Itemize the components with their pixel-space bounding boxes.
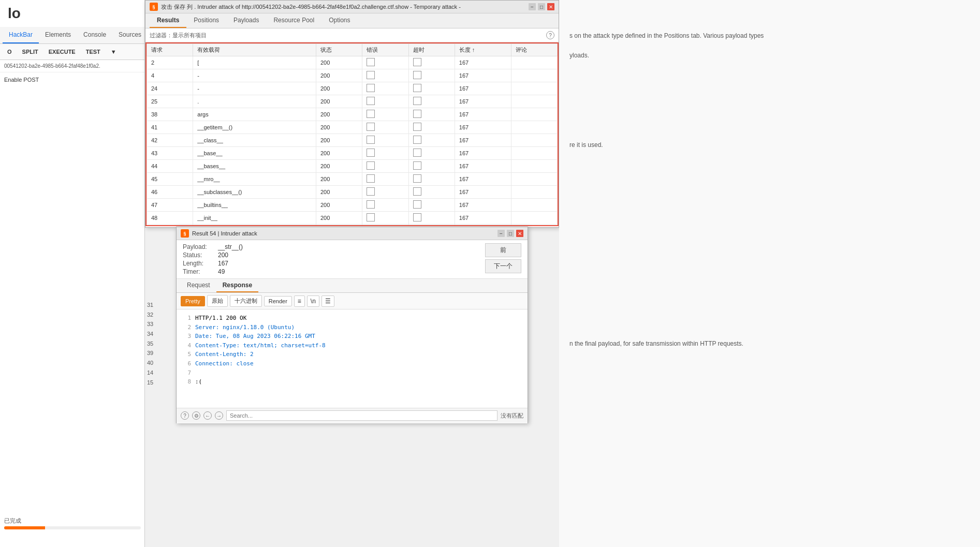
resp-render-btn[interactable]: Render: [264, 296, 292, 306]
tab-elements[interactable]: Elements: [39, 27, 77, 43]
payload-row: Payload: __str__(): [183, 243, 485, 250]
table-row[interactable]: 43__base__200167: [147, 147, 558, 160]
toolbar-execute[interactable]: EXECUTE: [46, 47, 79, 56]
wrap-icon[interactable]: ≡: [294, 295, 305, 307]
checkbox[interactable]: [367, 58, 375, 66]
tab-hackbar[interactable]: HackBar: [3, 27, 39, 43]
checkbox[interactable]: [367, 123, 375, 131]
result-tab-response[interactable]: Response: [216, 279, 258, 292]
results-table-scroll[interactable]: 请求 有效载荷 状态 错误 超时 长度 ↑ 评论 2[2001674-20016…: [145, 42, 559, 226]
maximize-button[interactable]: □: [538, 3, 545, 10]
table-row[interactable]: 25.200167: [147, 95, 558, 108]
checkbox[interactable]: [413, 71, 421, 79]
checkbox[interactable]: [367, 161, 375, 170]
col-error[interactable]: 错误: [362, 44, 408, 56]
checkbox[interactable]: [367, 97, 375, 105]
table-row[interactable]: 47__builtins__200167: [147, 199, 558, 212]
cell-req: 47: [147, 199, 193, 212]
length-value: 167: [218, 260, 228, 267]
tab-positions[interactable]: Positions: [186, 13, 226, 28]
checkbox[interactable]: [413, 136, 421, 144]
col-comment[interactable]: 评论: [511, 44, 557, 56]
progress-bar: [4, 526, 141, 529]
checkbox[interactable]: [413, 123, 421, 131]
tab-options[interactable]: Options: [321, 13, 357, 28]
checkbox[interactable]: [413, 161, 421, 170]
table-row[interactable]: 42__class__200167: [147, 134, 558, 147]
col-length[interactable]: 长度 ↑: [455, 44, 511, 56]
tab-sources[interactable]: Sources: [112, 27, 148, 43]
checkbox[interactable]: [367, 110, 375, 118]
checkbox[interactable]: [367, 187, 375, 196]
tab-console[interactable]: Console: [77, 27, 112, 43]
list-icon[interactable]: ☰: [321, 295, 334, 307]
col-timeout[interactable]: 超时: [408, 44, 455, 56]
forward-status-icon[interactable]: →: [215, 411, 223, 420]
result-maximize-button[interactable]: □: [507, 230, 514, 237]
table-row[interactable]: 44__bases__200167: [147, 160, 558, 173]
checkbox[interactable]: [367, 213, 375, 221]
checkbox[interactable]: [413, 174, 421, 183]
result-tab-request[interactable]: Request: [181, 279, 216, 292]
timer-label: Timer:: [183, 268, 214, 275]
checkbox[interactable]: [367, 136, 375, 144]
checkbox[interactable]: [413, 187, 421, 196]
search-input[interactable]: [226, 410, 498, 421]
checkbox[interactable]: [367, 84, 375, 92]
col-payload[interactable]: 有效载荷: [193, 44, 316, 56]
table-row[interactable]: 48__init__200167: [147, 212, 558, 225]
tab-payloads[interactable]: Payloads: [226, 13, 266, 28]
help-icon[interactable]: ?: [546, 31, 554, 39]
prev-button[interactable]: 前: [485, 243, 521, 257]
cell-payload: __base__: [193, 147, 316, 160]
table-row[interactable]: 49__globals__200167: [147, 225, 558, 227]
gear-status-icon[interactable]: ⚙: [192, 411, 200, 420]
nav-buttons-area: 前 下一个: [485, 243, 521, 273]
resp-pretty-btn[interactable]: Pretty: [181, 296, 205, 306]
line-number: 1: [183, 314, 191, 323]
table-row[interactable]: 38args200167: [147, 108, 558, 121]
checkbox[interactable]: [413, 84, 421, 92]
close-button[interactable]: ✕: [547, 3, 554, 10]
checkbox[interactable]: [367, 149, 375, 157]
table-row[interactable]: 41__getitem__()200167: [147, 121, 558, 134]
toolbar-o[interactable]: O: [4, 47, 15, 56]
cell-comment: [511, 69, 557, 82]
checkbox[interactable]: [413, 97, 421, 105]
table-row[interactable]: 46__subclasses__()200167: [147, 186, 558, 199]
newline-icon[interactable]: \n: [307, 295, 319, 307]
status-value: 200: [218, 252, 228, 259]
col-status[interactable]: 状态: [316, 44, 362, 56]
result-close-button[interactable]: ✕: [516, 230, 523, 237]
checkbox[interactable]: [367, 71, 375, 79]
table-row[interactable]: 45__mro__200167: [147, 173, 558, 186]
resp-raw-btn[interactable]: 原始: [207, 295, 228, 307]
toolbar-test[interactable]: TEST: [83, 47, 104, 56]
enable-post[interactable]: Enable POST: [0, 72, 144, 87]
minimize-button[interactable]: −: [529, 3, 536, 10]
line-number: 3: [183, 332, 191, 341]
checkbox[interactable]: [367, 174, 375, 183]
tab-results[interactable]: Results: [150, 13, 186, 28]
tab-resource-pool[interactable]: Resource Pool: [266, 13, 321, 28]
table-row[interactable]: 24-200167: [147, 82, 558, 95]
checkbox[interactable]: [413, 149, 421, 157]
col-request[interactable]: 请求: [147, 44, 193, 56]
checkbox[interactable]: [367, 200, 375, 209]
toolbar-dropdown[interactable]: ▼: [108, 47, 120, 56]
resp-hex-btn[interactable]: 十六进制: [230, 295, 262, 307]
table-row[interactable]: 4-200167: [147, 69, 558, 82]
checkbox[interactable]: [413, 213, 421, 221]
checkbox[interactable]: [413, 58, 421, 66]
table-row[interactable]: 2[200167: [147, 56, 558, 69]
status-label: Status:: [183, 252, 214, 259]
back-status-icon[interactable]: ←: [203, 411, 212, 420]
next-button[interactable]: 下一个: [485, 259, 521, 273]
result-minimize-button[interactable]: −: [498, 230, 505, 237]
length-row: Length: 167: [183, 260, 485, 267]
checkbox[interactable]: [413, 110, 421, 118]
checkbox[interactable]: [413, 200, 421, 209]
toolbar-split[interactable]: SPLIT: [19, 47, 41, 56]
help-status-icon[interactable]: ?: [181, 411, 189, 420]
cell-comment: [511, 160, 557, 173]
